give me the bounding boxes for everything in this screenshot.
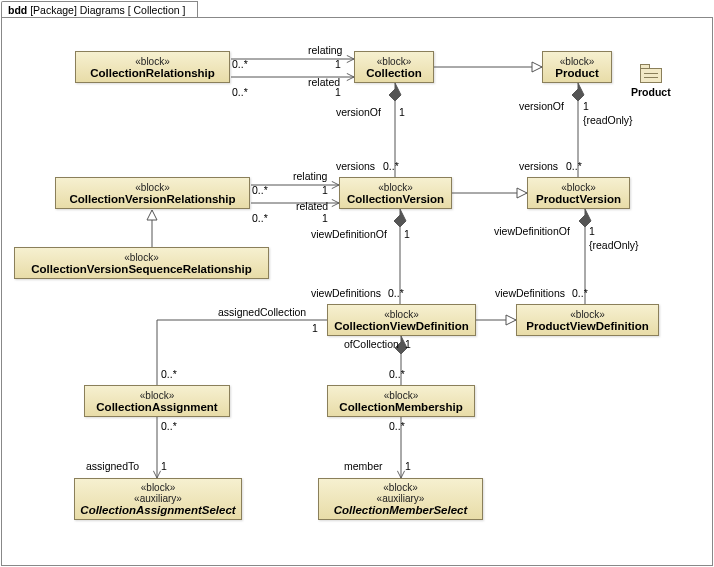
assoc-mult: 0..* bbox=[389, 420, 405, 432]
block-collection-version-relationship: «block» CollectionVersionRelationship bbox=[55, 177, 250, 209]
block-name: CollectionMemberSelect bbox=[334, 504, 468, 516]
stereotype: «block» bbox=[124, 252, 158, 263]
assoc-role: versions bbox=[519, 160, 558, 172]
assoc-mult: 1 bbox=[583, 100, 589, 112]
assoc-mult: 1 bbox=[322, 212, 328, 224]
assoc-mult: 1 bbox=[322, 184, 328, 196]
block-collection: «block» Collection bbox=[354, 51, 434, 83]
block-name: CollectionVersionSequenceRelationship bbox=[31, 263, 251, 275]
assoc-mult: 0..* bbox=[252, 212, 268, 224]
block-collection-view-definition: «block» CollectionViewDefinition bbox=[327, 304, 476, 336]
stereotype: «block» bbox=[383, 482, 417, 493]
frame-scope: [Package] Diagrams bbox=[30, 4, 125, 16]
stereotype: «block» bbox=[135, 182, 169, 193]
stereotype: «block» bbox=[377, 56, 411, 67]
assoc-mult: 1 bbox=[335, 86, 341, 98]
block-collection-version: «block» CollectionVersion bbox=[339, 177, 452, 209]
assoc-mult: 1 bbox=[399, 106, 405, 118]
assoc-role: viewDefinitions bbox=[311, 287, 381, 299]
assoc-mult: 0..* bbox=[572, 287, 588, 299]
assoc-mult: 1 bbox=[404, 228, 410, 240]
block-collection-membership: «block» CollectionMembership bbox=[327, 385, 475, 417]
stereotype: «block» bbox=[384, 309, 418, 320]
block-product: «block» Product bbox=[542, 51, 612, 83]
block-name: CollectionMembership bbox=[339, 401, 462, 413]
assoc-mult: 1 bbox=[312, 322, 318, 334]
block-name: CollectionAssignmentSelect bbox=[80, 504, 235, 516]
assoc-role: assignedCollection bbox=[218, 306, 306, 318]
block-name: ProductViewDefinition bbox=[526, 320, 648, 332]
assoc-role: ofCollection bbox=[344, 338, 399, 350]
diagram-canvas: bdd [Package] Diagrams [ Collection ] «b… bbox=[0, 0, 714, 567]
assoc-mult: 1 bbox=[405, 338, 411, 350]
block-name: CollectionRelationship bbox=[90, 67, 215, 79]
block-product-view-definition: «block» ProductViewDefinition bbox=[516, 304, 659, 336]
frame-header: bdd [Package] Diagrams [ Collection ] bbox=[1, 1, 198, 18]
assoc-constraint: {readOnly} bbox=[583, 114, 633, 126]
stereotype: «block» bbox=[135, 56, 169, 67]
assoc-mult: 0..* bbox=[161, 420, 177, 432]
block-collection-relationship: «block» CollectionRelationship bbox=[75, 51, 230, 83]
stereotype: «block» bbox=[560, 56, 594, 67]
assoc-mult: 0..* bbox=[232, 58, 248, 70]
block-product-version: «block» ProductVersion bbox=[527, 177, 630, 209]
assoc-role: assignedTo bbox=[86, 460, 139, 472]
assoc-role: viewDefinitions bbox=[495, 287, 565, 299]
assoc-mult: 1 bbox=[335, 58, 341, 70]
block-name: CollectionAssignment bbox=[96, 401, 217, 413]
assoc-mult: 1 bbox=[161, 460, 167, 472]
assoc-role: versions bbox=[336, 160, 375, 172]
stereotype: «block» bbox=[140, 390, 174, 401]
assoc-mult: 0..* bbox=[232, 86, 248, 98]
block-name: ProductVersion bbox=[536, 193, 621, 205]
stereotype: «auxiliary» bbox=[134, 493, 182, 504]
stereotype: «block» bbox=[561, 182, 595, 193]
assoc-role: relating bbox=[293, 170, 327, 182]
block-name: CollectionViewDefinition bbox=[334, 320, 469, 332]
block-collection-assignment-select: «block» «auxiliary» CollectionAssignment… bbox=[74, 478, 242, 520]
assoc-role: relating bbox=[308, 44, 342, 56]
block-name: Collection bbox=[366, 67, 422, 79]
assoc-role: related bbox=[296, 200, 328, 212]
stereotype: «block» bbox=[141, 482, 175, 493]
stereotype: «auxiliary» bbox=[377, 493, 425, 504]
assoc-role: member bbox=[344, 460, 383, 472]
frame-name: Collection bbox=[133, 4, 179, 16]
package-label: Product bbox=[631, 86, 671, 98]
assoc-mult: 0..* bbox=[566, 160, 582, 172]
assoc-role: viewDefinitionOf bbox=[494, 225, 570, 237]
assoc-role: versionOf bbox=[336, 106, 381, 118]
frame-kind: bdd bbox=[8, 4, 27, 16]
package-icon bbox=[640, 64, 662, 82]
stereotype: «block» bbox=[378, 182, 412, 193]
assoc-mult: 0..* bbox=[389, 368, 405, 380]
block-name: Product bbox=[555, 67, 598, 79]
assoc-mult: 0..* bbox=[383, 160, 399, 172]
assoc-mult: 0..* bbox=[388, 287, 404, 299]
block-collection-assignment: «block» CollectionAssignment bbox=[84, 385, 230, 417]
stereotype: «block» bbox=[570, 309, 604, 320]
assoc-mult: 0..* bbox=[252, 184, 268, 196]
block-collection-version-sequence-relationship: «block» CollectionVersionSequenceRelatio… bbox=[14, 247, 269, 279]
assoc-mult: 0..* bbox=[161, 368, 177, 380]
stereotype: «block» bbox=[384, 390, 418, 401]
assoc-role: versionOf bbox=[519, 100, 564, 112]
block-name: CollectionVersion bbox=[347, 193, 444, 205]
assoc-mult: 1 bbox=[589, 225, 595, 237]
assoc-mult: 1 bbox=[405, 460, 411, 472]
assoc-constraint: {readOnly} bbox=[589, 239, 639, 251]
assoc-role: viewDefinitionOf bbox=[311, 228, 387, 240]
block-name: CollectionVersionRelationship bbox=[69, 193, 235, 205]
block-collection-member-select: «block» «auxiliary» CollectionMemberSele… bbox=[318, 478, 483, 520]
